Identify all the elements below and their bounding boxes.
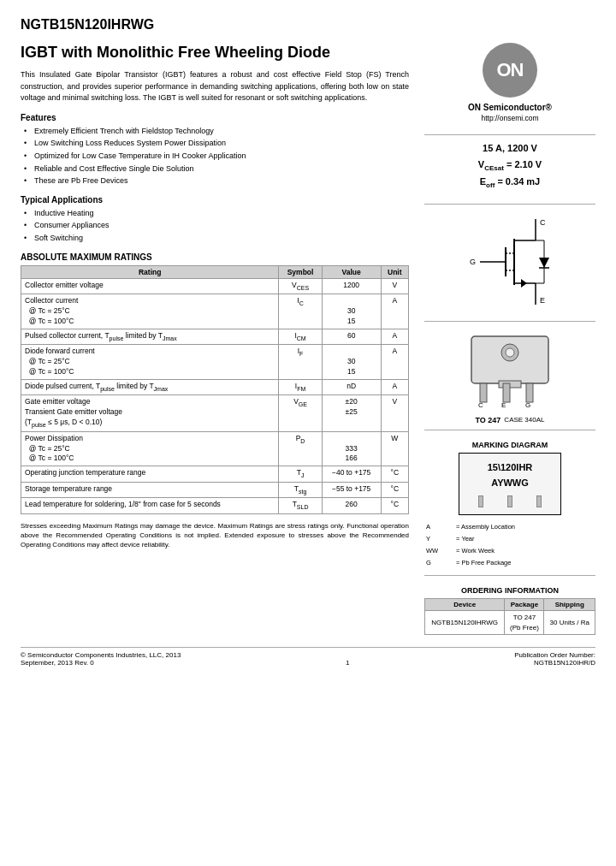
- table-row: Diode pulsed current, Tpulse limited by …: [21, 379, 409, 394]
- order-package: TO 247(Pb Free): [505, 611, 544, 634]
- package-name: TO 247: [476, 416, 501, 424]
- col-header-value: Value: [322, 265, 381, 278]
- marking-diagram-title: MARKING DIAGRAM: [472, 441, 548, 449]
- symbol-cell: IC: [279, 294, 322, 329]
- table-title: ABSOLUTE MAXIMUM RATINGS: [21, 252, 409, 262]
- feature-item: Low Switching Loss Reduces System Power …: [24, 138, 409, 149]
- features-section: Features Extremely Efficient Trench with…: [21, 113, 409, 187]
- svg-rect-24: [480, 383, 487, 402]
- package-diagram: C E G: [454, 332, 566, 411]
- rating-cell: Diode pulsed current, Tpulse limited by …: [21, 379, 279, 394]
- order-header-shipping: Shipping: [544, 599, 595, 611]
- features-list: Extremely Efficient Trench with Fieldsto…: [21, 126, 409, 187]
- website: http://onsemi.com: [481, 114, 538, 122]
- symbol-cell: IF: [279, 345, 322, 380]
- unit-cell: A: [381, 345, 408, 380]
- symbol-cell: VCES: [279, 278, 322, 294]
- rating-cell: Operating junction temperature range: [21, 466, 279, 482]
- footer-date: September, 2013 Rev. 0: [21, 659, 181, 667]
- symbol-cell: IFM: [279, 379, 322, 394]
- table-row: Diode forward current @ Tc = 25°C @ Tc =…: [21, 345, 409, 380]
- unit-cell: °C: [381, 466, 408, 482]
- divider-1: [424, 134, 595, 135]
- logo-text: ON: [497, 59, 524, 81]
- specs-box: 15 A, 1200 V VCEsat = 2.10 V Eoff = 0.34…: [478, 140, 542, 192]
- application-item: Soft Switching: [24, 233, 409, 244]
- part-number: NGTB15N120IHRWG: [21, 17, 595, 33]
- marking-line2: AYWWG: [466, 476, 554, 491]
- value-cell: 260: [322, 498, 381, 513]
- applications-list: Inductive Heating Consumer Appliances So…: [21, 208, 409, 244]
- description: This Insulated Gate Bipolar Transistor (…: [21, 69, 409, 104]
- svg-text:E: E: [501, 401, 506, 409]
- symbol-cell: Tstg: [279, 482, 322, 497]
- col-header-unit: Unit: [381, 265, 408, 278]
- svg-rect-25: [503, 383, 510, 402]
- svg-text:E: E: [540, 296, 545, 305]
- order-row: NGTB15N120IHRWG TO 247(Pb Free) 30 Units…: [425, 611, 595, 634]
- symbol-cell: TJ: [279, 466, 322, 482]
- right-column: ON ON Semiconductor® http://onsemi.com 1…: [424, 43, 595, 635]
- value-cell: ±20±25: [322, 395, 381, 431]
- table-row: Lead temperature for soldering, 1/8" fro…: [21, 498, 409, 513]
- svg-point-22: [506, 348, 514, 357]
- unit-cell: °C: [381, 498, 408, 513]
- unit-cell: V: [381, 395, 408, 431]
- spec-line-1: 15 A, 1200 V: [478, 140, 542, 157]
- table-row: Storage temperature range Tstg −55 to +1…: [21, 482, 409, 497]
- marking-legend: A= Assembly Location Y= Year WW= Work We…: [424, 520, 595, 570]
- unit-cell: A: [381, 329, 408, 344]
- unit-cell: V: [381, 278, 408, 294]
- left-column: IGBT with Monolithic Free Wheeling Diode…: [21, 43, 424, 635]
- svg-text:G: G: [470, 258, 476, 266]
- rating-cell: Lead temperature for soldering, 1/8" fro…: [21, 498, 279, 513]
- stress-note: Stresses exceeding Maximum Ratings may d…: [21, 521, 409, 550]
- applications-title: Typical Applications: [21, 195, 409, 205]
- application-item: Consumer Appliances: [24, 220, 409, 231]
- order-header-device: Device: [425, 599, 505, 611]
- value-cell: 3015: [322, 345, 381, 380]
- table-row: Operating junction temperature range TJ …: [21, 466, 409, 482]
- table-row: Collector emitter voltage VCES 1200 V: [21, 278, 409, 294]
- copyright: © Semiconductor Components Industries, L…: [21, 651, 181, 659]
- transistor-diagram: C G E: [454, 215, 566, 311]
- features-title: Features: [21, 113, 409, 122]
- publication-number: NGTB15N120IHR/D: [514, 659, 595, 667]
- unit-cell: A: [381, 379, 408, 394]
- col-header-symbol: Symbol: [279, 265, 322, 278]
- order-header-package: Package: [505, 599, 544, 611]
- unit-cell: A: [381, 294, 408, 329]
- footer-center: 1: [346, 659, 349, 667]
- spec-line-3: Eoff = 0.34 mJ: [478, 174, 542, 192]
- rating-cell: Power Dissipation @ Tc = 25°C @ Tc = 100…: [21, 431, 279, 466]
- feature-item: Reliable and Cost Effective Single Die S…: [24, 163, 409, 175]
- rating-cell: Collector current @ Tc = 25°C @ Tc = 100…: [21, 294, 279, 329]
- rating-cell: Storage temperature range: [21, 482, 279, 497]
- package-case: CASE 340AL: [504, 416, 544, 424]
- value-cell: 3015: [322, 294, 381, 329]
- on-logo: ON: [483, 43, 537, 98]
- footer-left: © Semiconductor Components Industries, L…: [21, 651, 181, 667]
- svg-text:G: G: [525, 401, 530, 409]
- unit-cell: W: [381, 431, 408, 466]
- feature-item: These are Pb Free Devices: [24, 175, 409, 187]
- svg-marker-12: [521, 279, 527, 288]
- divider-3: [424, 321, 595, 322]
- rating-cell: Gate emitter voltageTransient Gate emitt…: [21, 395, 279, 431]
- ratings-table: Rating Symbol Value Unit Collector emitt…: [21, 265, 409, 514]
- footer: © Semiconductor Components Industries, L…: [21, 647, 595, 667]
- marking-line1: 15\120IHR: [466, 460, 554, 476]
- symbol-cell: TSLD: [279, 498, 322, 513]
- symbol-cell: ICM: [279, 329, 322, 344]
- rating-cell: Pulsed collector current, Tpulse limited…: [21, 329, 279, 344]
- ordering-title: ORDERING INFORMATION: [461, 586, 559, 595]
- marking-code: 15\120IHR AYWWG: [466, 460, 554, 490]
- page-container: NGTB15N120IHRWG IGBT with Monolithic Fre…: [21, 17, 595, 667]
- value-cell: −55 to +175: [322, 482, 381, 497]
- table-row: Collector current @ Tc = 25°C @ Tc = 100…: [21, 294, 409, 329]
- rating-cell: Diode forward current @ Tc = 25°C @ Tc =…: [21, 345, 279, 380]
- value-cell: 333166: [322, 431, 381, 466]
- page-number: 1: [346, 659, 349, 667]
- unit-cell: °C: [381, 482, 408, 497]
- order-device: NGTB15N120IHRWG: [425, 611, 505, 634]
